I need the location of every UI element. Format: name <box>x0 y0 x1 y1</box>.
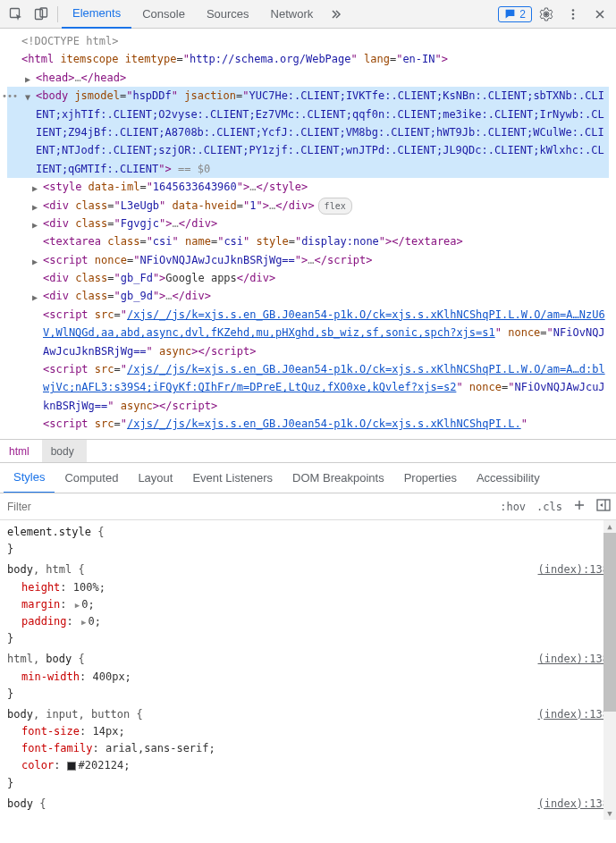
expand-icon[interactable]: ▶ <box>25 72 30 87</box>
dom-div[interactable]: ▶<div class="Fgvgjc">…</div> <box>7 215 609 232</box>
devtools-toolbar: Elements Console Sources Network 2 <box>0 0 616 29</box>
styles-rules[interactable]: element.style {}(index):138body, html {h… <box>0 520 616 820</box>
css-property[interactable]: font-family: arial,sans-serif; <box>7 740 609 757</box>
device-toggle-icon[interactable] <box>29 2 54 27</box>
rule-selector[interactable]: element.style { <box>7 524 609 541</box>
dom-body[interactable]: •••▼<body jsmodel="hspDDf" jsaction="YUC… <box>7 87 609 178</box>
color-swatch[interactable] <box>67 762 76 771</box>
settings-icon[interactable] <box>534 2 559 27</box>
toggle-sidebar-icon[interactable] <box>591 499 616 514</box>
css-property[interactable]: margin: ▶0; <box>7 596 609 613</box>
svg-point-5 <box>572 13 575 15</box>
rule-source-link[interactable]: (index):138 <box>538 561 609 578</box>
dom-script[interactable]: <script src="/xjs/_/js/k=xjs.s.en_GB.J0e… <box>7 415 609 433</box>
stab-layout[interactable]: Layout <box>128 463 182 493</box>
dom-script[interactable]: ▶<script nonce="NFiOvNQJAwJcuJknBSRjWg==… <box>7 251 609 269</box>
scroll-up-icon[interactable]: ▲ <box>603 520 616 533</box>
dom-textarea[interactable]: <textarea class="csi" name="csi" style="… <box>7 232 609 250</box>
svg-rect-7 <box>597 500 610 510</box>
expand-icon[interactable]: ▶ <box>32 181 38 196</box>
scrollbar-thumb[interactable] <box>603 533 616 712</box>
messages-badge[interactable]: 2 <box>498 6 532 22</box>
svg-rect-1 <box>36 9 43 19</box>
dom-script[interactable]: <script src="/xjs/_/js/k=xjs.s.en_GB.J0e… <box>7 360 609 415</box>
new-style-rule-icon[interactable] <box>568 499 591 514</box>
css-rule[interactable]: (index):138body, input, button {font-siz… <box>7 706 609 792</box>
more-tabs-icon[interactable] <box>324 2 349 27</box>
hov-toggle[interactable]: :hov <box>494 501 531 513</box>
dom-style[interactable]: ▶<style data-iml="1645633643960">…</styl… <box>7 178 609 196</box>
svg-point-3 <box>544 13 548 16</box>
dom-script[interactable]: <script src="/xjs/_/js/k=xjs.s.en_GB.J0e… <box>7 306 609 360</box>
message-count: 2 <box>519 8 526 21</box>
css-property[interactable]: padding: ▶0; <box>7 613 609 630</box>
dom-doctype[interactable]: <!DOCTYPE html> <box>7 32 609 50</box>
styles-filter-row: :hov .cls <box>0 493 616 520</box>
css-rule[interactable]: (index):138html, body {min-width: 400px;… <box>7 651 609 703</box>
css-rule[interactable]: (index):138body { <box>7 796 609 813</box>
dom-head[interactable]: ▶<head>…</head> <box>7 69 609 87</box>
collapse-icon[interactable]: ▼ <box>25 89 30 105</box>
dom-div[interactable]: ▶<div class="gb_9d">…</div> <box>7 287 609 305</box>
rule-selector[interactable]: html, body { <box>7 651 609 668</box>
stab-dom-breakpoints[interactable]: DOM Breakpoints <box>283 463 394 493</box>
rule-source-link[interactable]: (index):138 <box>538 706 609 723</box>
dom-html[interactable]: <html itemscope itemtype="http://schema.… <box>7 50 609 68</box>
expand-icon[interactable]: ▶ <box>32 254 38 269</box>
stab-properties[interactable]: Properties <box>394 463 467 493</box>
tab-elements[interactable]: Elements <box>62 0 131 29</box>
cls-toggle[interactable]: .cls <box>531 501 568 513</box>
scroll-down-icon[interactable]: ▼ <box>603 807 616 820</box>
toolbar-right: 2 <box>498 2 612 27</box>
styles-tabs: Styles Computed Layout Event Listeners D… <box>0 463 616 493</box>
dom-div[interactable]: ▶<div class="L3eUgb" data-hveid="1">…</d… <box>7 197 609 215</box>
tab-console[interactable]: Console <box>131 0 196 29</box>
rule-selector[interactable]: body, html { <box>7 561 609 578</box>
panel-tabs: Elements Console Sources Network <box>62 0 349 29</box>
inspect-icon[interactable] <box>4 2 29 27</box>
styles-scrollbar[interactable]: ▲ ▼ <box>603 520 616 820</box>
rule-selector[interactable]: body, input, button { <box>7 706 609 723</box>
kebab-icon[interactable] <box>561 2 586 27</box>
separator <box>57 6 58 22</box>
crumb-html[interactable]: html <box>0 440 42 462</box>
svg-point-4 <box>572 9 575 12</box>
css-rule[interactable]: element.style {} <box>7 524 609 558</box>
dom-tree[interactable]: <!DOCTYPE html><html itemscope itemtype=… <box>0 29 616 440</box>
rule-selector[interactable]: body { <box>7 796 609 813</box>
tab-network[interactable]: Network <box>260 0 325 29</box>
flex-badge[interactable]: flex <box>318 198 352 215</box>
css-property[interactable]: height: 100%; <box>7 579 609 596</box>
rule-source-link[interactable]: (index):138 <box>538 651 609 668</box>
tab-sources[interactable]: Sources <box>196 0 260 29</box>
expand-icon[interactable]: ▶ <box>32 199 38 215</box>
expand-icon[interactable]: ▶ <box>32 217 38 232</box>
stab-event-listeners[interactable]: Event Listeners <box>182 463 283 493</box>
expand-icon[interactable]: ▶ <box>32 290 38 305</box>
dom-div[interactable]: <div class="gb_Fd">Google apps</div> <box>7 269 609 287</box>
css-property[interactable]: min-width: 400px; <box>7 669 609 686</box>
rule-source-link[interactable]: (index):138 <box>538 796 609 813</box>
svg-point-6 <box>572 17 575 20</box>
css-rule[interactable]: (index):138body, html {height: 100%;marg… <box>7 561 609 647</box>
close-icon[interactable] <box>587 2 612 27</box>
stab-accessibility[interactable]: Accessibility <box>467 463 550 493</box>
stab-styles[interactable]: Styles <box>4 463 55 493</box>
css-property[interactable]: color: #202124; <box>7 757 609 774</box>
styles-filter-input[interactable] <box>0 493 494 519</box>
css-property[interactable]: font-size: 14px; <box>7 723 609 740</box>
crumb-body[interactable]: body <box>42 440 87 462</box>
stab-computed[interactable]: Computed <box>55 463 128 493</box>
breadcrumb: html body <box>0 440 616 463</box>
